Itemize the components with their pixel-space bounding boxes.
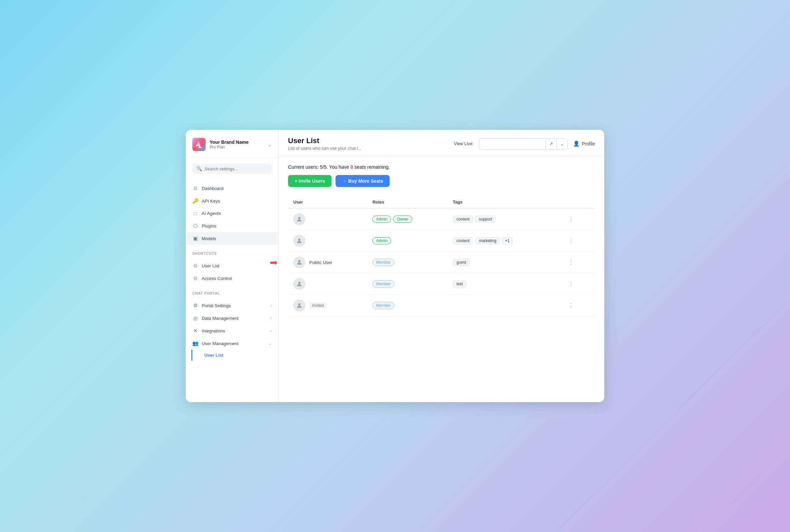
- sidebar-sub-item-label: User List: [204, 353, 224, 358]
- invite-users-button[interactable]: + Invite Users: [288, 175, 332, 187]
- tags-cell: contentsupport: [448, 208, 560, 230]
- role-badge: Member: [372, 259, 394, 266]
- sidebar-item-api-keys[interactable]: 🔑 API Keys: [186, 195, 278, 207]
- shortcuts-nav: ⊙ User List ⊙ Access Control: [186, 257, 278, 287]
- search-input-wrap: 🔍: [192, 164, 272, 174]
- avatar: [293, 300, 305, 311]
- chevron-down-icon: ⌄: [267, 141, 272, 148]
- view-live-label: View Live:: [454, 141, 473, 146]
- user-cell: [288, 230, 367, 252]
- sidebar-item-portal-settings[interactable]: ⚙ Portal Settings ›: [186, 299, 278, 312]
- key-icon: 🔑: [192, 198, 198, 204]
- table-row: InvitedMember⋮: [288, 295, 595, 317]
- more-actions-cell: ⋮: [560, 208, 595, 230]
- col-header-user: User: [288, 196, 367, 208]
- tags-cell: [448, 295, 560, 317]
- portal-settings-icon: ⚙: [192, 303, 198, 308]
- seats-text-suffix: seats remaining.: [353, 164, 390, 170]
- sidebar-item-user-management[interactable]: 👥 User Management ⌄: [186, 337, 278, 350]
- chat-portal-label: Chat Portal: [186, 287, 278, 297]
- seats-text-prefix: Current users: 5/5. You have: [288, 164, 351, 170]
- sidebar-item-integrations[interactable]: ✕ Integrations ›: [186, 324, 278, 337]
- view-live-input[interactable]: [479, 138, 545, 149]
- profile-label: Profile: [582, 141, 595, 147]
- sidebar-item-user-list[interactable]: ⊙ User List: [186, 259, 278, 272]
- col-header-roles: Roles: [367, 196, 448, 208]
- sidebar-item-label: Integrations: [202, 328, 225, 334]
- more-actions-cell: ⋮: [560, 252, 595, 273]
- chevron-right-icon: ›: [270, 316, 272, 321]
- sidebar-item-label: User List: [202, 263, 219, 268]
- search-input[interactable]: [205, 166, 268, 171]
- tag-more: +1: [502, 237, 513, 244]
- user-cell: Invited: [288, 295, 367, 317]
- search-container: 🔍: [186, 158, 278, 179]
- header-right: View Live: ↗ ⌄ 👤 Profile: [454, 138, 595, 149]
- sidebar-item-label: Dashboard: [202, 186, 224, 191]
- sidebar-item-models[interactable]: ▣ Models: [186, 232, 278, 245]
- more-actions-button[interactable]: ⋮: [565, 279, 577, 289]
- brand-section[interactable]: 🦄 Your Brand Name Pro Plan ⌄: [186, 138, 278, 158]
- avatar: [293, 278, 305, 290]
- user-cell: ➡Public User: [288, 252, 367, 273]
- top-header: User List List of users who can use your…: [279, 130, 604, 156]
- more-actions-cell: ⋮: [560, 230, 595, 252]
- chevron-down-icon: ⌄: [268, 341, 272, 346]
- sidebar-item-label: Plugins: [202, 224, 216, 228]
- sidebar-item-plugins[interactable]: ⬡ Plugins: [186, 220, 278, 232]
- access-control-icon: ⊙: [192, 275, 198, 281]
- dropdown-toggle-btn[interactable]: ⌄: [557, 138, 567, 149]
- chevron-right-icon: ›: [270, 328, 272, 333]
- page-title-section: User List List of users who can use your…: [288, 136, 361, 151]
- invited-badge: Invited: [309, 303, 326, 308]
- tags-cell: test: [448, 273, 560, 295]
- brand-name: Your Brand Name: [210, 139, 263, 145]
- roles-cell: Member: [367, 295, 448, 317]
- more-actions-button[interactable]: ⋮: [565, 214, 577, 224]
- sidebar-item-label: Portal Settings: [202, 303, 231, 308]
- integrations-icon: ✕: [192, 328, 198, 334]
- sidebar-item-access-control[interactable]: ⊙ Access Control: [186, 272, 278, 285]
- sidebar: 🦄 Your Brand Name Pro Plan ⌄ 🔍 ⊙ Dashboa…: [186, 130, 279, 402]
- avatar: [293, 213, 305, 225]
- roles-cell: Member: [367, 273, 448, 295]
- user-table: User Roles Tags AdminOwnercontentsupport…: [288, 196, 595, 317]
- models-icon: ▣: [192, 235, 198, 242]
- external-link-icon[interactable]: ↗: [545, 138, 557, 149]
- more-actions-button[interactable]: ⋮: [565, 258, 577, 267]
- more-actions-button[interactable]: ⋮: [565, 301, 577, 310]
- sidebar-item-label: Models: [202, 236, 216, 241]
- svg-point-3: [298, 282, 301, 284]
- table-row: ➡Public UserMemberguest⋮: [288, 252, 595, 273]
- sidebar-item-ai-agents[interactable]: □ AI Agents: [186, 207, 278, 220]
- avatar: [293, 256, 305, 268]
- buy-more-seats-button[interactable]: → Buy More Seats: [336, 175, 390, 187]
- roles-cell: AdminOwner: [367, 208, 448, 230]
- svg-point-0: [298, 217, 301, 219]
- tags-cell: contentmarketing+1: [448, 230, 560, 252]
- more-actions-cell: ⋮: [560, 273, 595, 295]
- more-actions-button[interactable]: ⋮: [565, 236, 577, 246]
- sidebar-item-data-management[interactable]: ◎ Data Management ›: [186, 312, 278, 324]
- sidebar-item-label: API Keys: [202, 198, 220, 204]
- col-header-tags: Tags: [448, 196, 560, 208]
- content-area: Current users: 5/5. You have 0 seats rem…: [279, 156, 604, 402]
- action-buttons: + Invite Users → Buy More Seats: [288, 175, 595, 187]
- tag: guest: [453, 259, 470, 266]
- agent-icon: □: [192, 211, 198, 216]
- brand-logo: 🦄: [192, 138, 206, 151]
- seats-info: Current users: 5/5. You have 0 seats rem…: [288, 164, 595, 170]
- shortcuts-label: Shortcuts: [186, 247, 278, 257]
- chat-portal-nav: ⚙ Portal Settings › ◎ Data Management › …: [186, 297, 278, 363]
- profile-button[interactable]: 👤 Profile: [573, 140, 595, 147]
- sidebar-item-dashboard[interactable]: ⊙ Dashboard: [186, 182, 278, 195]
- tag: content: [453, 237, 473, 244]
- roles-cell: Member: [367, 252, 448, 273]
- sidebar-item-label: AI Agents: [202, 211, 221, 216]
- tags-cell: guest: [448, 252, 560, 273]
- tag: support: [475, 215, 496, 223]
- seats-count: 0: [351, 164, 353, 170]
- main-content: User List List of users who can use your…: [279, 130, 604, 402]
- sidebar-sub-item-user-list[interactable]: User List: [191, 350, 278, 361]
- sidebar-item-label: Access Control: [202, 276, 232, 281]
